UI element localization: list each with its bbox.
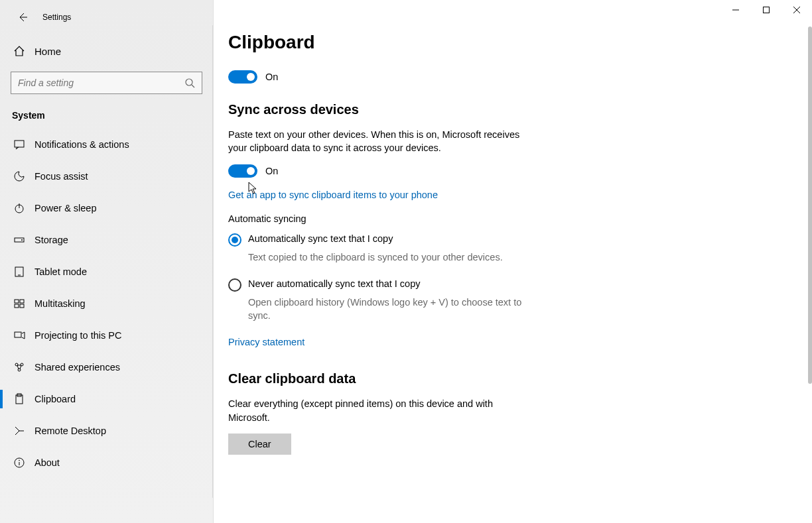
radio-auto-sync[interactable] (228, 233, 241, 247)
automatic-syncing-heading: Automatic syncing (228, 213, 808, 224)
sidebar-item-remote-desktop[interactable]: Remote Desktop (0, 415, 213, 447)
sidebar-item-label: Shared experiences (34, 362, 120, 373)
svg-point-7 (21, 239, 23, 241)
sidebar-home[interactable]: Home (0, 37, 213, 65)
privacy-link[interactable]: Privacy statement (228, 337, 304, 347)
svg-rect-10 (15, 300, 19, 303)
sidebar-item-tablet-mode[interactable]: Tablet mode (0, 256, 213, 288)
clear-section-title: Clear clipboard data (228, 371, 808, 386)
sidebar-item-label: About (34, 457, 60, 468)
sidebar-item-label: Tablet mode (34, 266, 87, 277)
sidebar-category-label: System (0, 103, 213, 129)
tablet-icon (13, 266, 25, 278)
clipboard-icon (13, 393, 25, 405)
svg-line-2 (192, 85, 194, 87)
sidebar-divider (212, 25, 213, 498)
sidebar: Settings Home System Notifications & act… (0, 0, 214, 523)
svg-rect-11 (20, 300, 24, 303)
sidebar-item-multitasking[interactable]: Multitasking (0, 288, 213, 320)
search-icon (184, 78, 195, 88)
clear-button[interactable]: Clear (228, 434, 291, 455)
sidebar-item-projecting[interactable]: Projecting to this PC (0, 320, 213, 351)
multitasking-icon (13, 298, 25, 310)
sidebar-item-clipboard[interactable]: Clipboard (0, 383, 213, 415)
radio-never-sync[interactable] (228, 278, 241, 292)
radio-never-sync-label: Never automatically sync text that I cop… (248, 278, 421, 289)
sync-app-link[interactable]: Get an app to sync clipboard items to yo… (228, 190, 438, 200)
search-input[interactable] (18, 78, 184, 88)
clipboard-history-toggle[interactable] (228, 70, 257, 84)
shared-icon (13, 361, 25, 373)
notifications-icon (13, 139, 25, 150)
about-icon (13, 457, 25, 469)
sidebar-item-label: Multitasking (34, 298, 86, 309)
svg-point-1 (186, 79, 192, 86)
sync-toggle[interactable] (228, 164, 257, 178)
sidebar-item-label: Remote Desktop (34, 426, 106, 436)
sync-description: Paste text on your other devices. When t… (228, 128, 533, 155)
storage-icon (13, 234, 25, 246)
sidebar-item-label: Power & sleep (34, 203, 97, 213)
sidebar-item-label: Storage (34, 235, 68, 245)
svg-rect-12 (15, 304, 19, 308)
radio-never-sync-desc: Open clipboard history (Windows logo key… (248, 296, 533, 323)
sidebar-item-power-sleep[interactable]: Power & sleep (0, 192, 213, 224)
sync-section-title: Sync across devices (228, 102, 808, 117)
focus-assist-icon (13, 170, 25, 182)
sidebar-item-storage[interactable]: Storage (0, 224, 213, 256)
home-label: Home (34, 46, 61, 57)
svg-point-22 (19, 460, 20, 461)
sidebar-item-label: Projecting to this PC (34, 330, 121, 341)
page-title: Clipboard (228, 32, 808, 53)
radio-auto-sync-label: Automatically sync text that I copy (248, 233, 393, 244)
sidebar-item-notifications[interactable]: Notifications & actions (0, 129, 213, 160)
projecting-icon (13, 329, 25, 341)
svg-rect-13 (20, 304, 24, 308)
svg-rect-14 (15, 332, 21, 337)
radio-auto-sync-desc: Text copied to the clipboard is synced t… (248, 251, 533, 264)
sidebar-item-label: Notifications & actions (34, 139, 129, 150)
clear-description: Clear everything (except pinned items) o… (228, 397, 533, 424)
main-panel: Clipboard On Sync across devices Paste t… (214, 0, 812, 523)
sidebar-item-label: Clipboard (34, 394, 76, 404)
home-icon (13, 45, 25, 57)
app-title: Settings (42, 13, 71, 22)
power-icon (13, 202, 25, 214)
sidebar-item-shared-experiences[interactable]: Shared experiences (0, 351, 213, 383)
remote-desktop-icon (13, 425, 25, 437)
sidebar-item-about[interactable]: About (0, 447, 213, 479)
sync-toggle-label: On (265, 166, 278, 176)
search-box[interactable] (11, 72, 202, 94)
sidebar-item-label: Focus assist (34, 171, 88, 182)
svg-rect-3 (15, 141, 24, 147)
back-button[interactable] (15, 9, 31, 25)
clipboard-history-toggle-label: On (265, 72, 278, 82)
sidebar-item-focus-assist[interactable]: Focus assist (0, 160, 213, 192)
scrollbar-thumb[interactable] (808, 27, 812, 384)
vertical-scrollbar[interactable] (808, 27, 812, 523)
